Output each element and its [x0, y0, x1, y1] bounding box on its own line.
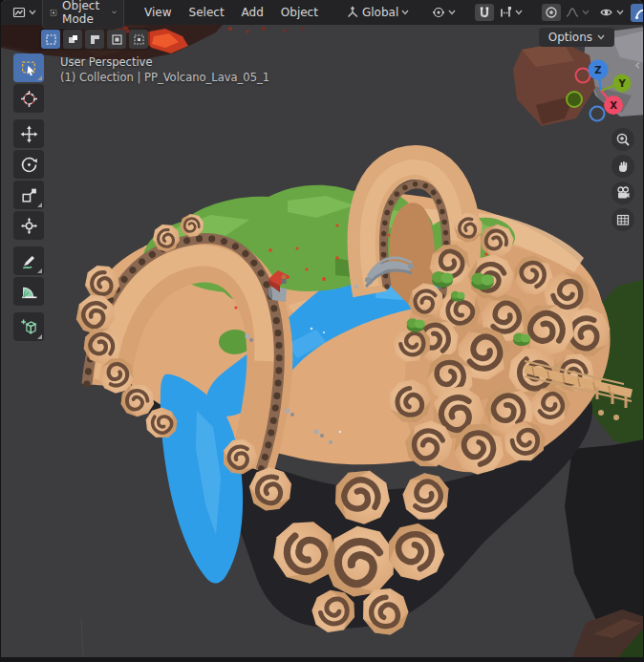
tool-select-box[interactable]: [13, 53, 44, 82]
show-gizmos-icon: [633, 6, 644, 20]
view-name-label: User Perspective: [60, 54, 269, 70]
axis-z-label: Z: [594, 65, 601, 75]
viewport-header-bar: Object Mode View Select Add Object Globa…: [1, 0, 643, 25]
window-bottom-edge: [1, 657, 643, 662]
rotate-tool-icon: [20, 156, 38, 174]
snap-increment-icon: [499, 6, 512, 19]
transform-orientation-selector[interactable]: Global: [342, 4, 413, 21]
editor-type-button[interactable]: [9, 4, 40, 21]
transform-tool-icon: [20, 217, 38, 235]
sidebar-expand-toggle[interactable]: ‹: [634, 55, 640, 74]
annotate-tool-icon: [20, 252, 38, 270]
axis-neg-y-ball[interactable]: [567, 92, 582, 107]
snap-toggle[interactable]: [475, 4, 494, 21]
object-visibility-selector[interactable]: [595, 4, 628, 21]
tool-transform[interactable]: [13, 211, 44, 240]
pan-button[interactable]: [612, 155, 634, 178]
axis-y-label: Y: [617, 78, 626, 89]
orientation-label: Global: [362, 6, 398, 19]
camera-icon: [615, 185, 631, 201]
camera-view-button[interactable]: [612, 182, 634, 204]
falloff-selector[interactable]: [562, 4, 593, 21]
tool-annotate[interactable]: [13, 246, 44, 275]
select-mode-subtract[interactable]: [85, 30, 104, 49]
measure-tool-icon: [20, 283, 38, 301]
select-mode-invert[interactable]: [107, 30, 126, 49]
toggle-orthographic-button[interactable]: [612, 208, 634, 231]
mode-label: Object Mode: [62, 0, 107, 26]
chevron-down-icon: [401, 10, 409, 15]
tool-measure[interactable]: [13, 277, 44, 306]
menu-object[interactable]: Object: [272, 3, 327, 22]
scale-tool-icon: [20, 186, 38, 204]
axis-neg-x-ball[interactable]: [576, 69, 590, 83]
axis-x-label: X: [610, 100, 617, 111]
chevron-down-icon: [112, 10, 117, 15]
zoom-button[interactable]: [612, 128, 634, 151]
chevron-down-icon: [582, 10, 590, 15]
stone-arch-top[interactable]: [364, 162, 463, 311]
select-mode-extend[interactable]: [63, 30, 82, 49]
select-mode-intersect[interactable]: [129, 30, 148, 49]
snap-magnet-icon: [478, 6, 491, 19]
cursor-tool-icon: [20, 90, 38, 108]
orientation-axes-icon: [346, 6, 359, 19]
grid-icon: [615, 212, 631, 227]
falloff-curve-icon: [566, 6, 579, 19]
move-tool-icon: [20, 125, 38, 143]
pivot-point-selector[interactable]: [428, 4, 460, 21]
chevron-down-icon: [515, 10, 523, 15]
axis-neg-z-ball[interactable]: [590, 107, 605, 121]
proportional-editing-toggle[interactable]: [542, 4, 561, 21]
chevron-down-icon: [29, 10, 36, 15]
tool-add-cube[interactable]: [13, 312, 44, 341]
tool-scale[interactable]: [13, 181, 44, 209]
object-visibility-icon: [599, 6, 613, 19]
tool-settings-bar: Options: [1, 25, 643, 52]
character[interactable]: [282, 275, 287, 280]
options-label: Options: [548, 31, 592, 44]
options-button[interactable]: Options: [539, 28, 614, 47]
add-cube-tool-icon: [20, 318, 38, 336]
proportional-editing-icon: [545, 6, 558, 19]
editor-type-icon: [12, 6, 26, 19]
menu-select[interactable]: Select: [181, 3, 233, 22]
blender-window: User Perspective (1) Collection | PP_Vol…: [0, 0, 644, 662]
chevron-down-icon: [616, 10, 624, 15]
select-mode-group: [39, 28, 150, 51]
viewport-3d-scene[interactable]: [1, 0, 644, 662]
tool-rotate[interactable]: [13, 150, 44, 179]
viewport-nav-buttons: [612, 128, 634, 231]
menu-add[interactable]: Add: [233, 3, 272, 22]
object-mode-icon: [50, 7, 57, 19]
axis-gizmo[interactable]: Z Y X: [565, 53, 644, 122]
show-gizmos-toggle[interactable]: [631, 4, 644, 22]
tool-cursor[interactable]: [13, 84, 44, 113]
pivot-point-icon: [432, 6, 445, 19]
select-box-icon: [20, 59, 38, 77]
chevron-down-icon: [597, 34, 605, 40]
select-mode-set[interactable]: [41, 30, 60, 49]
toolbar: [13, 53, 44, 343]
viewport-header-overlay: User Perspective (1) Collection | PP_Vol…: [60, 54, 269, 85]
magnifier-plus-icon: [615, 132, 631, 147]
hand-icon: [615, 159, 631, 174]
snap-target-selector[interactable]: [495, 4, 526, 21]
menu-view[interactable]: View: [136, 3, 180, 22]
chevron-down-icon: [448, 10, 456, 15]
tool-move[interactable]: [13, 119, 44, 148]
active-object-label: (1) Collection | PP_Volcano_Lava_05_1: [60, 70, 269, 85]
